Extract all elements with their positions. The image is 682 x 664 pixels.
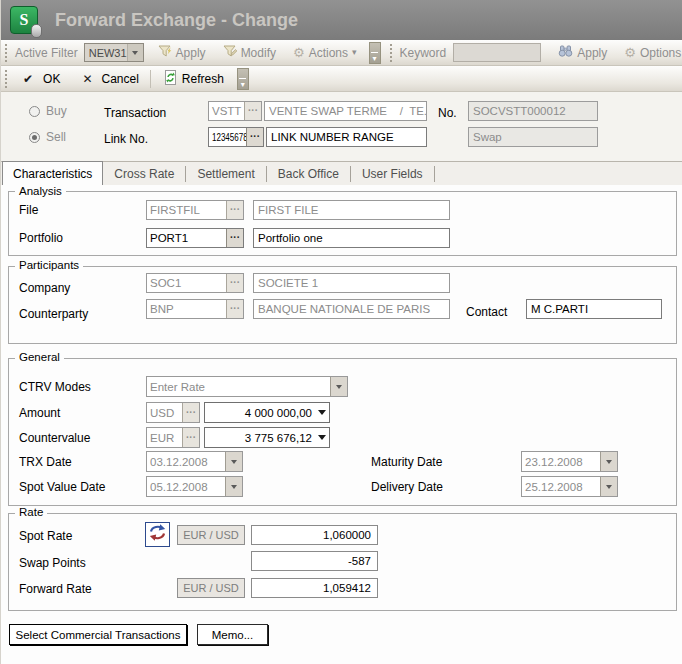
ok-button[interactable]: ✔ OK: [20, 70, 63, 88]
amount-currency-field: USD ···: [146, 402, 200, 423]
buy-label: Buy: [46, 104, 67, 118]
transaction-label: Transaction: [104, 106, 166, 120]
amount-label: Amount: [19, 406, 60, 420]
chevron-down-icon[interactable]: [127, 44, 143, 61]
tab-back-office[interactable]: Back Office: [267, 166, 351, 182]
swap-arrows-icon: [148, 523, 167, 546]
refresh-button[interactable]: Refresh: [160, 68, 227, 90]
caret-down-icon: ▾: [352, 48, 357, 57]
keyword-apply-button[interactable]: Apply: [555, 43, 610, 62]
ctrv-modes-select: Enter Rate: [146, 376, 348, 397]
toolbar-overflow-button[interactable]: ▾: [237, 68, 249, 90]
contact-label: Contact: [466, 305, 507, 319]
link-no-label: Link No.: [104, 132, 148, 146]
transaction-code-field: VSTT ···: [208, 101, 262, 121]
apply-filter-label: Apply: [176, 46, 206, 60]
app-icon: S: [10, 6, 38, 34]
counterparty-code-value: BNP: [147, 300, 226, 318]
link-no-field[interactable]: 1234567890 ···: [208, 127, 264, 147]
chevron-down-icon[interactable]: [314, 435, 329, 440]
tab-user-fields[interactable]: User Fields: [351, 166, 435, 182]
portfolio-code-field[interactable]: PORT1 ···: [146, 228, 244, 248]
invert-pair-button[interactable]: [145, 522, 170, 547]
tab-bar: Characteristics Cross Rate Settlement Ba…: [1, 161, 682, 185]
browse-icon[interactable]: ···: [226, 229, 243, 247]
options-button[interactable]: ⚙ Options ▾: [621, 44, 682, 62]
toolbar-grip[interactable]: [390, 44, 392, 62]
modify-filter-button[interactable]: Modify: [220, 42, 279, 63]
link-desc-field[interactable]: LINK NUMBER RANGE: [266, 127, 427, 147]
radio-circle-icon: [29, 106, 40, 117]
delivery-date-value: 25.12.2008: [522, 477, 600, 496]
spot-rate-label: Spot Rate: [19, 529, 72, 543]
browse-icon: ···: [244, 102, 261, 120]
tab-settlement[interactable]: Settlement: [186, 166, 266, 182]
spot-value-date-label: Spot Value Date: [19, 480, 106, 494]
countervalue-currency-field: EUR ···: [146, 427, 200, 448]
maturity-date-label: Maturity Date: [371, 455, 442, 469]
participants-group-title: Participants: [15, 259, 83, 271]
tab-cross-rate[interactable]: Cross Rate: [103, 166, 186, 182]
rate-group-title: Rate: [15, 506, 47, 518]
active-filter-label: Active Filter: [15, 46, 78, 60]
filter-pencil-icon: [223, 44, 237, 61]
amount-field[interactable]: 4 000 000,00: [204, 402, 330, 423]
portfolio-desc-field[interactable]: Portfolio one: [253, 228, 450, 248]
transaction-no-field: SOCVSTT000012: [468, 101, 598, 121]
check-icon: ✔: [23, 73, 33, 85]
amount-value: 4 000 000,00: [205, 407, 314, 419]
cancel-label: Cancel: [101, 72, 138, 86]
chevron-down-icon[interactable]: [314, 410, 329, 415]
toolbar-grip[interactable]: [5, 44, 7, 62]
toolbar-overflow-button[interactable]: ▾: [369, 42, 381, 64]
actions-button[interactable]: ⚙ Actions ▾: [290, 44, 360, 62]
counterparty-desc-field: BANQUE NATIONALE DE PARIS: [253, 299, 450, 319]
app-icon-letter: S: [20, 11, 29, 29]
refresh-icon: [163, 70, 178, 88]
cancel-button[interactable]: ✕ Cancel: [79, 70, 141, 88]
forward-rate-label: Forward Rate: [19, 582, 92, 596]
swap-points-field[interactable]: -587: [251, 551, 378, 571]
options-label: Options: [640, 46, 681, 60]
characteristics-panel: Analysis File FIRSTFIL ··· FIRST FILE Po…: [1, 185, 682, 664]
apply-filter-button[interactable]: Apply: [155, 42, 209, 63]
forward-exchange-window: S Forward Exchange - Change Active Filte…: [0, 0, 682, 664]
gear-icon: ⚙: [624, 46, 636, 59]
binoculars-icon: [558, 45, 573, 60]
buy-radio: Buy: [29, 104, 67, 118]
company-label: Company: [19, 281, 70, 295]
company-desc-field: SOCIETE 1: [253, 273, 450, 293]
memo-button[interactable]: Memo...: [197, 624, 268, 645]
countervalue-value: 3 775 676,12: [205, 432, 314, 444]
browse-icon: ···: [226, 274, 243, 292]
chevron-down-icon: [330, 377, 347, 396]
forward-pair-button: EUR / USD: [177, 578, 245, 598]
ctrv-modes-value: Enter Rate: [147, 377, 330, 396]
countervalue-label: Countervalue: [19, 431, 90, 445]
action-toolbar: ✔ OK ✕ Cancel Refresh ▾: [1, 66, 682, 92]
browse-icon: ···: [182, 403, 199, 422]
toolbar-grip[interactable]: [5, 70, 7, 88]
filter-toolbar: Active Filter NEW31 Apply Modify ⚙ Actio…: [1, 40, 682, 66]
company-code-value: SOC1: [147, 274, 226, 292]
contact-field[interactable]: M C.PARTI: [526, 299, 662, 319]
browse-icon[interactable]: ···: [246, 128, 263, 146]
spot-rate-field[interactable]: 1,060000: [251, 525, 378, 545]
chevron-down-icon: [600, 477, 617, 496]
select-commercial-transactions-button[interactable]: Select Commercial Transactions: [9, 624, 187, 645]
swap-type-field: Swap: [468, 127, 598, 147]
active-filter-combobox[interactable]: NEW31: [84, 43, 144, 62]
tab-characteristics[interactable]: Characteristics: [2, 161, 103, 185]
browse-icon: ···: [226, 201, 243, 219]
titlebar: S Forward Exchange - Change: [1, 0, 682, 40]
active-filter-value: NEW31: [85, 44, 127, 61]
modify-filter-label: Modify: [241, 46, 276, 60]
browse-icon: ···: [182, 428, 199, 447]
keyword-input[interactable]: [453, 43, 541, 62]
forward-rate-field[interactable]: 1,059412: [251, 578, 378, 598]
keyword-label: Keyword: [400, 46, 447, 60]
page-title: Forward Exchange - Change: [55, 10, 298, 31]
countervalue-field[interactable]: 3 775 676,12: [204, 427, 330, 448]
actions-label: Actions: [309, 46, 348, 60]
portfolio-code-value: PORT1: [147, 229, 226, 247]
